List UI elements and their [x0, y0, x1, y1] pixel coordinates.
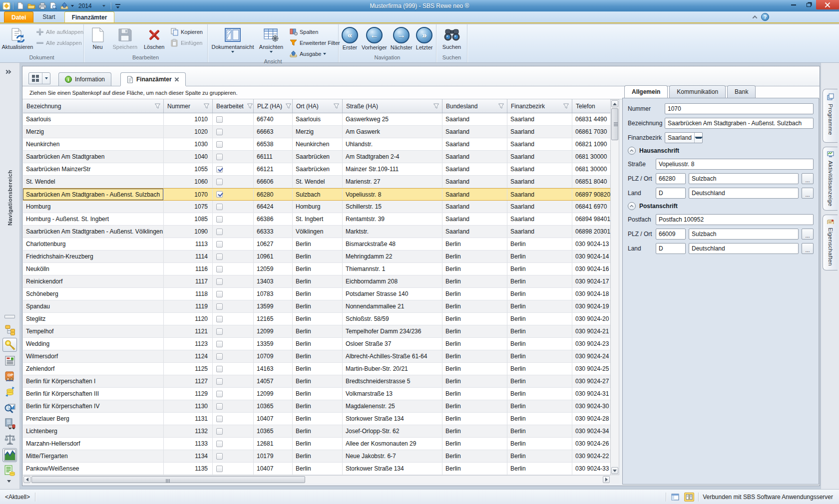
pa-land-lookup-button[interactable]: ... — [802, 243, 814, 254]
bearbeitet-checkbox[interactable] — [216, 378, 223, 385]
table-row[interactable]: St. Wendel106066606St. WendelMarienstr. … — [23, 176, 610, 188]
bearbeitet-checkbox[interactable] — [216, 353, 223, 360]
collapse-ribbon-icon[interactable] — [751, 13, 758, 20]
bearbeitet-checkbox[interactable] — [216, 416, 223, 422]
year-selector[interactable]: 2014 — [76, 1, 94, 10]
sidebar-item-op-ledger[interactable]: OP — [2, 369, 17, 383]
bearbeitet-checkbox[interactable] — [216, 216, 223, 223]
bearbeitet-checkbox[interactable] — [216, 303, 223, 310]
postfach-field[interactable] — [656, 214, 814, 225]
table-row[interactable]: Homburg107566424HomburgSchillerstr. 15Sa… — [23, 201, 610, 213]
tab-information[interactable]: i Information — [58, 72, 111, 86]
column-header-bezeichnung[interactable]: Bezeichnung — [23, 99, 164, 113]
ha-ort-lookup-button[interactable]: ... — [802, 173, 814, 184]
bearbeitet-checkbox[interactable] — [216, 328, 223, 335]
sidebar-item-document-status[interactable] — [2, 354, 17, 368]
table-row[interactable]: Mitte/Tiergarten113410179BerlinNeue Jako… — [23, 450, 610, 463]
bearbeitet-checkbox[interactable] — [216, 278, 223, 285]
bearbeitet-checkbox[interactable] — [216, 166, 223, 173]
tab-programme[interactable]: Programme — [823, 89, 838, 143]
table-row[interactable]: Marzahn-Hellersdorf113312681BerlinAllee … — [23, 438, 610, 450]
letzter-button[interactable]: » Letzter — [415, 26, 434, 51]
sidebar-item-building-truck[interactable] — [2, 417, 17, 431]
help-icon[interactable]: ? — [761, 13, 769, 21]
close-button[interactable] — [816, 0, 839, 9]
minimize-button[interactable] — [786, 0, 801, 9]
ha-land-lookup-button[interactable]: ... — [802, 188, 814, 199]
bearbeitet-checkbox[interactable] — [216, 241, 223, 248]
bearbeitet-checkbox[interactable] — [216, 453, 223, 460]
export-dropdown-caret[interactable] — [71, 5, 74, 7]
naechster-button[interactable]: → Nächster — [389, 26, 414, 51]
bearbeitet-checkbox[interactable] — [216, 191, 223, 198]
filter-icon[interactable] — [333, 103, 340, 109]
column-header-ort[interactable]: Ort (HA) — [293, 99, 343, 113]
bearbeitet-checkbox[interactable] — [216, 428, 223, 435]
table-row[interactable]: Wedding112313359BerlinOsloer Straße 37Be… — [23, 338, 610, 350]
table-row[interactable]: Zehlendorf112514163BerlinMartin-Buber-St… — [23, 363, 610, 375]
speichern-button[interactable]: Speichern — [110, 26, 139, 51]
table-row[interactable]: Saarbrücken Am Stadtgraben - Außenst. Vö… — [23, 226, 610, 238]
filter-icon[interactable] — [154, 103, 161, 109]
erweiterter-filter-button[interactable]: Erweiterter Filter — [288, 38, 342, 47]
pa-ort-field[interactable] — [689, 229, 799, 240]
bearbeitet-checkbox[interactable] — [216, 291, 223, 297]
bearbeitet-checkbox[interactable] — [216, 341, 223, 347]
tab-finanzaemter[interactable]: Finanzämter — [64, 11, 115, 22]
horizontal-scroll-thumb[interactable] — [31, 476, 305, 483]
rail-more-button[interactable] — [7, 480, 11, 483]
horizontal-scrollbar[interactable] — [23, 475, 610, 484]
column-header-bundesland[interactable]: Bundesland — [442, 99, 507, 113]
bearbeitet-checkbox[interactable] — [216, 366, 223, 372]
table-row[interactable]: Wilmersdorf112410709BerlinAlbrecht-Achil… — [23, 350, 610, 363]
collapse-postanschrift-button[interactable] — [628, 202, 636, 210]
bezeichnung-field[interactable] — [665, 118, 814, 129]
restore-button[interactable] — [801, 0, 816, 9]
panel-toggle-icon[interactable] — [684, 493, 694, 502]
table-row[interactable]: Homburg - Außenst. St. Ingbert108566386S… — [23, 213, 610, 226]
table-row[interactable]: Neunkirchen103066538NeunkirchenUhlandstr… — [23, 138, 610, 151]
table-row[interactable]: Charlottenburg111310627BerlinBismarckstr… — [23, 238, 610, 251]
table-row[interactable]: Berlin für Körperschaften IV113010365Ber… — [23, 400, 610, 413]
finanzbezirk-dropdown-caret[interactable] — [694, 133, 702, 143]
column-header-strasse[interactable]: Straße (HA) — [343, 99, 442, 113]
tab-finanzaemter-document[interactable]: Finanzämter — [120, 72, 186, 86]
table-row[interactable]: Saarbrücken Am Stadtgraben104066111Saarb… — [23, 151, 610, 163]
table-row[interactable]: Steglitz112012165BerlinSchloßstr. 58/59B… — [23, 313, 610, 325]
filter-icon[interactable] — [563, 103, 569, 109]
bearbeitet-checkbox[interactable] — [216, 179, 223, 185]
print-preview-icon[interactable] — [49, 1, 57, 10]
vertical-scroll-thumb[interactable] — [611, 108, 618, 140]
ha-land-field[interactable] — [689, 188, 799, 199]
view-grid-icon[interactable] — [32, 75, 39, 82]
tab-allgemein[interactable]: Allgemein — [624, 85, 668, 98]
column-header-finanzbezirk[interactable]: Finanzbezirk — [507, 99, 572, 113]
finanzbezirk-select[interactable]: Saarland — [665, 132, 703, 143]
sidebar-item-search-analysis[interactable] — [2, 401, 17, 415]
scroll-up-button[interactable] — [611, 100, 618, 107]
rail-splitter-handle[interactable] — [4, 315, 15, 318]
bearbeitet-checkbox[interactable] — [216, 391, 223, 397]
table-row[interactable]: Spandau111913599BerlinNonnendammallee 21… — [23, 300, 610, 313]
pa-ort-lookup-button[interactable]: ... — [802, 229, 814, 240]
filter-icon[interactable] — [203, 103, 210, 109]
scroll-down-button[interactable] — [611, 467, 618, 474]
vorheriger-button[interactable]: ← Vorheriger — [360, 26, 389, 51]
kopieren-button[interactable]: Kopieren — [169, 27, 204, 36]
neu-button[interactable]: Neu — [87, 26, 108, 51]
bearbeitet-checkbox[interactable] — [216, 229, 223, 235]
bearbeitet-checkbox[interactable] — [216, 116, 223, 123]
table-row[interactable]: Prenzlauer Berg113110407BerlinStorkower … — [23, 413, 610, 425]
einfuegen-button[interactable]: Einfügen — [169, 38, 204, 47]
tab-kommunikation[interactable]: Kommunikation — [669, 85, 726, 98]
new-document-icon[interactable] — [16, 1, 24, 10]
bearbeitet-checkbox[interactable] — [216, 141, 223, 148]
tab-eigenschaften[interactable]: Eigenschaften — [823, 215, 838, 270]
table-row[interactable]: Berlin für Körperschaften I112714057Berl… — [23, 375, 610, 388]
column-header-bearbeitet[interactable]: Bearbeitet — [213, 99, 254, 113]
nummer-field[interactable] — [665, 103, 814, 114]
pa-plz-field[interactable] — [656, 229, 686, 240]
sidebar-item-scales[interactable] — [2, 433, 17, 447]
table-row[interactable]: Pankow/Weißensee113510407BerlinStorkower… — [23, 463, 610, 475]
ansichten-button[interactable]: Ansichten — [257, 26, 286, 54]
